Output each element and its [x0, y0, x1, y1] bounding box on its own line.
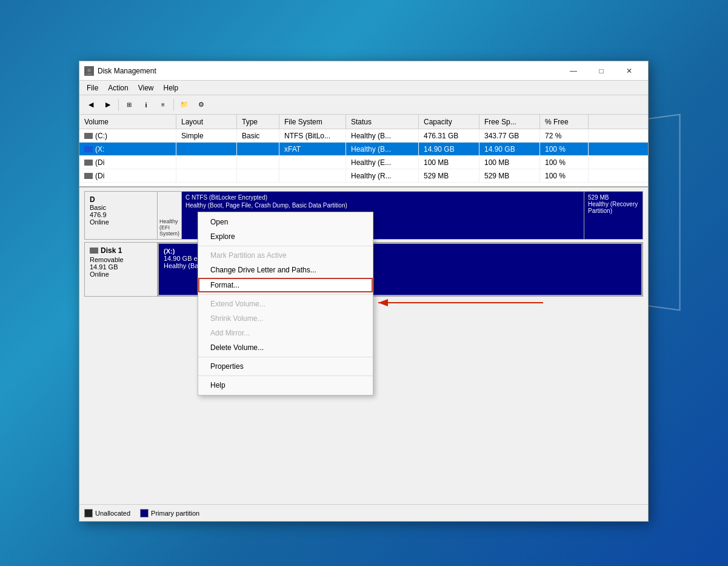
td-freesp: 529 MB	[479, 169, 540, 182]
disk-0-main-detail: Healthy (Boot, Page File, Crash Dump, Ba…	[185, 202, 580, 209]
menu-action[interactable]: Action	[103, 83, 133, 93]
td-pctfree: 100 %	[540, 143, 589, 155]
td-type	[237, 143, 279, 155]
maximize-button[interactable]: □	[587, 61, 615, 81]
window-controls: — □ ✕	[559, 61, 643, 81]
app-icon	[84, 66, 94, 76]
disk-1-header: Disk 1	[90, 246, 152, 255]
col-header-fs: File System	[279, 115, 346, 129]
col-header-type: Type	[237, 115, 279, 129]
disk-0-name: D	[90, 195, 152, 204]
disk-1-name: Disk 1	[101, 246, 122, 255]
td-fs: NTFS (BitLo...	[279, 129, 346, 142]
disk-0-efi[interactable]: Healthy (EFI System)	[158, 192, 182, 239]
disk-0-recovery-size: 529 MB	[588, 194, 639, 201]
context-menu-separator	[198, 357, 373, 357]
table-row[interactable]: (Di Healthy (E... 100 MB 100 MB 100 %	[79, 156, 648, 169]
legend-primary-label: Primary partition	[151, 510, 199, 517]
td-layout: Simple	[176, 129, 237, 142]
context-menu-item-add-mirror---: Add Mirror...	[198, 326, 373, 340]
context-menu-item-shrink-volume---: Shrink Volume...	[198, 311, 373, 326]
context-menu-item-extend-volume---: Extend Volume...	[198, 297, 373, 311]
minimize-button[interactable]: —	[559, 61, 587, 81]
disk-0-status: Online	[90, 218, 152, 226]
td-capacity: 14.90 GB	[419, 143, 479, 155]
context-menu-item-format---[interactable]: Format...	[198, 278, 373, 292]
td-volume: (Di	[79, 156, 176, 169]
context-menu-separator	[198, 376, 373, 376]
td-pctfree: 100 %	[540, 156, 589, 169]
disk-1-status: Online	[90, 271, 152, 278]
disk-0-size: 476.9	[90, 211, 152, 218]
td-freesp: 100 MB	[479, 156, 540, 169]
folder-button[interactable]: 📁	[176, 98, 192, 112]
td-status: Healthy (E...	[346, 156, 419, 169]
disk-1-type: Removable	[90, 256, 152, 263]
disk-1-size: 14.91 GB	[90, 263, 152, 271]
td-layout	[176, 169, 237, 182]
disk-0-main-label: C NTFS (BitLocker Encrypted)	[185, 194, 580, 201]
td-fs	[279, 169, 346, 182]
forward-button[interactable]: ▶	[100, 98, 116, 112]
td-volume: (Di	[79, 169, 176, 182]
settings-button[interactable]: ⚙	[193, 98, 209, 112]
toolbar-sep-1	[118, 99, 119, 111]
context-menu-separator	[198, 246, 373, 246]
menu-help[interactable]: Help	[159, 83, 184, 93]
toolbar: ◀ ▶ ⊞ i ≡ 📁 ⚙	[79, 95, 648, 115]
toolbar-sep-2	[173, 99, 174, 111]
view-toggle-button[interactable]: ⊞	[121, 98, 137, 112]
context-menu-item-delete-volume---[interactable]: Delete Volume...	[198, 340, 373, 355]
volume-table: Volume Layout Type File System Status Ca…	[79, 115, 648, 187]
context-menu-item-help[interactable]: Help	[198, 378, 373, 392]
title-bar: Disk Management — □ ✕	[79, 61, 648, 81]
td-freesp: 14.90 GB	[479, 143, 540, 155]
menu-file[interactable]: File	[82, 83, 103, 93]
legend-primary: Primary partition	[140, 509, 199, 517]
td-capacity: 476.31 GB	[419, 129, 479, 142]
context-menu-item-open[interactable]: Open	[198, 215, 373, 229]
context-menu-item-change-drive-letter-and-paths---[interactable]: Change Drive Letter and Paths...	[198, 263, 373, 277]
legend-primary-box	[140, 509, 149, 517]
td-pctfree: 100 %	[540, 169, 589, 182]
td-freesp: 343.77 GB	[479, 129, 540, 142]
svg-rect-2	[87, 73, 91, 75]
disk-0-recovery-status: Healthy (Recovery Partition)	[588, 201, 639, 214]
context-menu-item-properties[interactable]: Properties	[198, 359, 373, 374]
td-volume: (X:	[79, 143, 176, 155]
close-button[interactable]: ✕	[615, 61, 643, 81]
col-header-layout: Layout	[176, 115, 237, 129]
td-layout	[176, 143, 237, 155]
legend-bar: Unallocated Primary partition	[79, 504, 648, 521]
context-menu-item-explore[interactable]: Explore	[198, 229, 373, 244]
disk-1-icon	[90, 248, 98, 254]
context-menu-separator	[198, 294, 373, 295]
table-row[interactable]: (Di Healthy (R... 529 MB 529 MB 100 %	[79, 169, 648, 183]
table-row[interactable]: (X: xFAT Healthy (B... 14.90 GB 14.90 GB…	[79, 143, 648, 156]
table-body: (C:) Simple Basic NTFS (BitLo... Healthy…	[79, 129, 648, 183]
disk-0-recovery[interactable]: 529 MB Healthy (Recovery Partition)	[584, 192, 643, 239]
svg-point-1	[88, 69, 91, 72]
table-row[interactable]: (C:) Simple Basic NTFS (BitLo... Healthy…	[79, 129, 648, 143]
menu-view[interactable]: View	[133, 83, 159, 93]
disk-1-label: Disk 1 Removable 14.91 GB Online	[85, 243, 158, 296]
td-fs: xFAT	[279, 143, 346, 155]
context-menu: OpenExploreMark Partition as ActiveChang…	[198, 212, 373, 396]
list-view-button[interactable]: ≡	[155, 98, 171, 112]
legend-unallocated-label: Unallocated	[95, 510, 130, 517]
col-header-freesp: Free Sp...	[479, 115, 540, 129]
back-button[interactable]: ◀	[83, 98, 99, 112]
td-status: Healthy (B...	[346, 143, 419, 155]
disk-0-label: D Basic 476.9 Online	[85, 192, 158, 239]
col-header-capacity: Capacity	[419, 115, 479, 129]
table-header-row: Volume Layout Type File System Status Ca…	[79, 115, 648, 129]
col-header-pctfree: % Free	[540, 115, 589, 129]
td-type: Basic	[237, 129, 279, 142]
td-fs	[279, 156, 346, 169]
window-title: Disk Management	[98, 67, 559, 75]
info-button[interactable]: i	[138, 98, 154, 112]
legend-unallocated-box	[84, 509, 93, 517]
td-type	[237, 156, 279, 169]
td-capacity: 529 MB	[419, 169, 479, 182]
td-status: Healthy (R...	[346, 169, 419, 182]
